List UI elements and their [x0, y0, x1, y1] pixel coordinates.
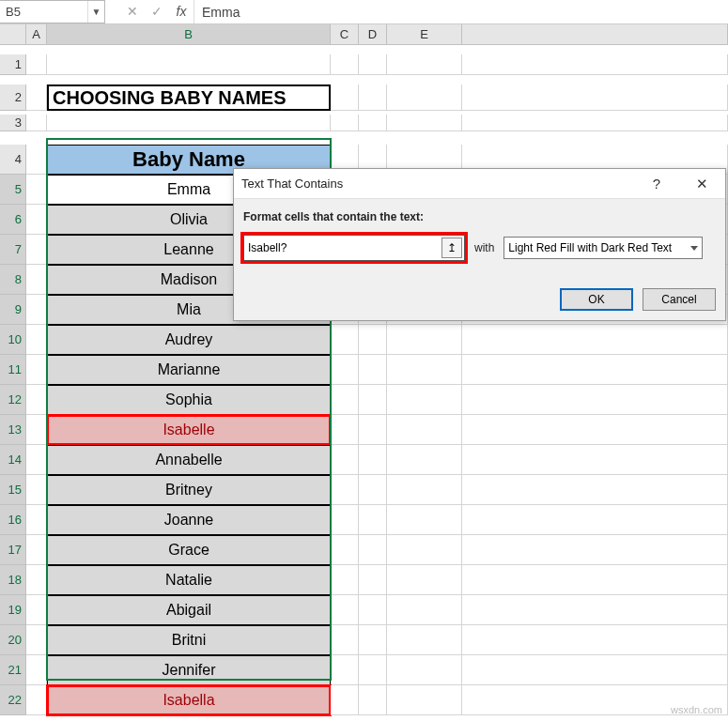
dialog-titlebar[interactable]: Text That Contains ? ✕	[234, 169, 725, 199]
cell[interactable]	[26, 655, 47, 685]
cell[interactable]	[462, 655, 728, 685]
row-header[interactable]: 3	[0, 115, 26, 131]
cell[interactable]	[47, 54, 331, 75]
cell[interactable]	[387, 445, 462, 475]
cell[interactable]	[462, 445, 728, 475]
row-header[interactable]: 12	[0, 385, 26, 415]
column-header[interactable]	[462, 24, 728, 45]
row-header[interactable]: 22	[0, 685, 26, 715]
help-icon[interactable]: ?	[641, 171, 673, 197]
column-header[interactable]: B	[47, 24, 331, 45]
cell[interactable]	[387, 115, 462, 131]
format-select[interactable]: Light Red Fill with Dark Red Text	[503, 237, 703, 259]
table-row[interactable]: Grace	[47, 535, 331, 565]
cell[interactable]	[26, 385, 47, 415]
chevron-down-icon[interactable]: ▼	[87, 1, 104, 23]
cell[interactable]	[387, 415, 462, 445]
confirm-icon[interactable]: ✓	[145, 0, 169, 23]
cell[interactable]	[462, 115, 728, 131]
ok-button[interactable]: OK	[560, 288, 633, 311]
cell[interactable]	[387, 475, 462, 505]
cell[interactable]	[331, 115, 359, 131]
row-header[interactable]: 4	[0, 145, 26, 175]
row-header[interactable]: 15	[0, 475, 26, 505]
cell[interactable]	[462, 385, 728, 415]
cell[interactable]	[462, 84, 728, 111]
cell[interactable]	[359, 54, 387, 75]
cell[interactable]	[331, 54, 359, 75]
cell[interactable]	[359, 445, 387, 475]
cell[interactable]	[359, 625, 387, 655]
table-row[interactable]: Isabella	[47, 685, 331, 715]
cell[interactable]	[359, 595, 387, 625]
cancel-icon[interactable]: ✕	[120, 0, 145, 23]
cell[interactable]	[26, 295, 47, 325]
cell[interactable]	[359, 115, 387, 131]
cell[interactable]	[387, 685, 462, 715]
cell[interactable]	[331, 445, 359, 475]
cell[interactable]	[359, 565, 387, 595]
cell[interactable]	[26, 445, 47, 475]
cancel-button[interactable]: Cancel	[643, 288, 716, 311]
cell[interactable]	[26, 235, 47, 265]
table-row[interactable]: Britni	[47, 625, 331, 655]
cell[interactable]	[26, 265, 47, 295]
table-row[interactable]: Joanne	[47, 505, 331, 535]
cell[interactable]	[359, 385, 387, 415]
cell[interactable]	[331, 385, 359, 415]
row-header[interactable]: 9	[0, 295, 26, 325]
row-header[interactable]: 6	[0, 205, 26, 235]
cell[interactable]	[462, 415, 728, 445]
row-header[interactable]: 20	[0, 625, 26, 655]
cell[interactable]	[359, 655, 387, 685]
cell[interactable]	[331, 565, 359, 595]
table-row[interactable]: Abigail	[47, 595, 331, 625]
cell[interactable]	[26, 54, 47, 75]
column-header[interactable]: A	[26, 24, 47, 45]
column-header[interactable]: E	[387, 24, 462, 45]
row-header[interactable]: 8	[0, 265, 26, 295]
spreadsheet-grid[interactable]: ABCDE12CHOOSING BABY NAMES34Baby Name5Em…	[0, 24, 728, 715]
cell[interactable]	[462, 565, 728, 595]
table-row[interactable]: Annabelle	[47, 445, 331, 475]
cell[interactable]	[359, 84, 387, 111]
name-box[interactable]: B5 ▼	[0, 0, 105, 23]
row-header[interactable]: 11	[0, 355, 26, 385]
cell[interactable]	[331, 595, 359, 625]
cell[interactable]	[331, 415, 359, 445]
row-header[interactable]: 13	[0, 415, 26, 445]
cell[interactable]	[26, 595, 47, 625]
cell[interactable]	[462, 625, 728, 655]
cell[interactable]	[462, 505, 728, 535]
cell[interactable]	[387, 505, 462, 535]
cell[interactable]	[26, 175, 47, 205]
cell[interactable]	[359, 415, 387, 445]
table-row[interactable]: Natalie	[47, 565, 331, 595]
cell[interactable]	[331, 355, 359, 385]
cell[interactable]	[26, 205, 47, 235]
cell[interactable]	[331, 84, 359, 111]
cell[interactable]	[331, 325, 359, 355]
cell[interactable]	[387, 535, 462, 565]
cell[interactable]	[26, 685, 47, 715]
cell[interactable]	[26, 355, 47, 385]
row-header[interactable]: 7	[0, 235, 26, 265]
cell[interactable]	[387, 655, 462, 685]
row-header[interactable]: 16	[0, 505, 26, 535]
cell[interactable]	[26, 415, 47, 445]
cell[interactable]	[359, 535, 387, 565]
table-row[interactable]: Sophia	[47, 385, 331, 415]
cell[interactable]	[387, 565, 462, 595]
column-header[interactable]: D	[359, 24, 387, 45]
cell[interactable]	[462, 595, 728, 625]
cell[interactable]	[26, 84, 47, 111]
cell[interactable]	[359, 505, 387, 535]
close-icon[interactable]: ✕	[686, 171, 718, 197]
cell[interactable]	[26, 475, 47, 505]
row-header[interactable]: 21	[0, 655, 26, 685]
column-header[interactable]: C	[331, 24, 359, 45]
row-header[interactable]: 1	[0, 54, 26, 75]
cell[interactable]	[387, 625, 462, 655]
contains-text-input[interactable]	[244, 241, 441, 254]
page-title[interactable]: CHOOSING BABY NAMES	[47, 84, 331, 111]
